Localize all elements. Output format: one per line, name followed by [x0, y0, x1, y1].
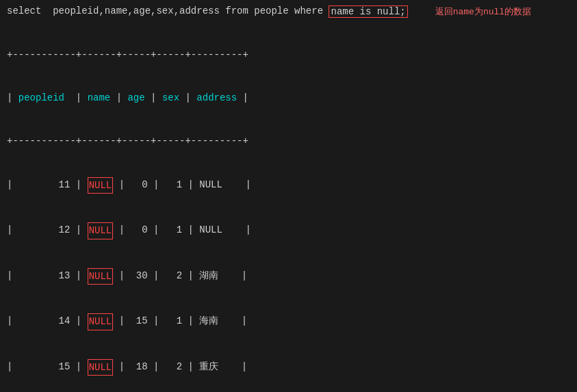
table-row: | 11 | NULL | 0 | 1 | NULL | — [7, 177, 570, 194]
query1-highlight: name is null; — [329, 5, 407, 18]
query1-table: +-----------+------+-----+-----+--------… — [7, 19, 570, 392]
table-row: | 14 | NULL | 15 | 1 | 海南 | — [7, 313, 570, 330]
terminal: select peopleid,name,age,sex,address fro… — [7, 5, 570, 392]
table-row: | 15 | NULL | 18 | 2 | 重庆 | — [7, 359, 570, 376]
query1-sql-before: select peopleid,name,age,sex,address fro… — [7, 5, 329, 16]
query1-cmd: select peopleid,name,age,sex,address fro… — [7, 5, 570, 18]
query1-annotation: 返回name为null的数据 — [435, 5, 531, 18]
query1-separator-mid: +-----------+------+-----+-----+--------… — [7, 134, 570, 148]
table-row: | 13 | NULL | 30 | 2 | 湖南 | — [7, 268, 570, 285]
query1-header: | peopleid | name | age | sex | address … — [7, 91, 570, 105]
table-row: | 12 | NULL | 0 | 1 | NULL | — [7, 222, 570, 239]
query1-section: select peopleid,name,age,sex,address fro… — [7, 5, 570, 392]
query1-separator-top: +-----------+------+-----+-----+--------… — [7, 48, 570, 62]
